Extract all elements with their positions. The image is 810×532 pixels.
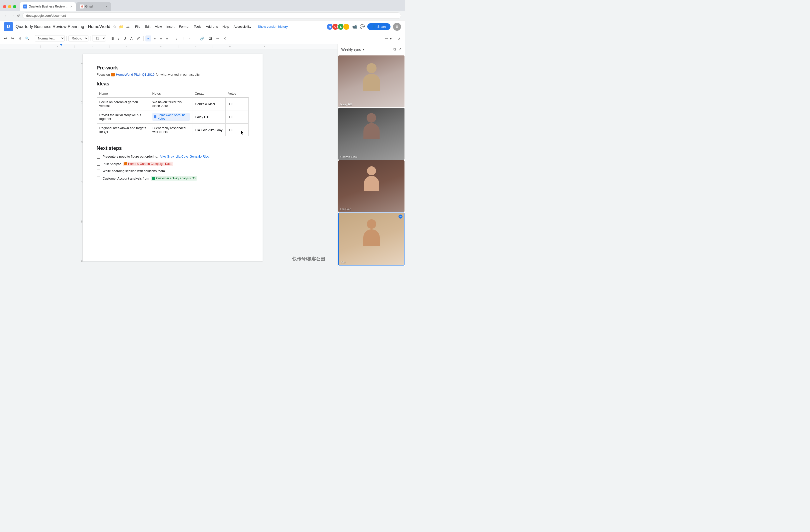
avatar-extra	[343, 23, 350, 30]
comment-icon[interactable]: 💬	[360, 24, 365, 29]
menu-view[interactable]: View	[153, 24, 164, 30]
video-label-gonzalo: Gonzalo Ricci	[340, 155, 357, 159]
reload-button[interactable]: ↺	[17, 14, 20, 18]
browser-window: D Quarterly Business Review Pla... × M G…	[0, 0, 405, 266]
item2-chip[interactable]: Home & Garden Campaign Data	[123, 162, 173, 166]
show-version-history[interactable]: Show version history	[258, 25, 288, 29]
undo-button[interactable]: ↩	[2, 35, 9, 42]
checkbox-3[interactable]	[97, 170, 100, 173]
menu-tools[interactable]: Tools	[192, 24, 204, 30]
font-dropdown[interactable]: Roboto	[68, 35, 88, 41]
minimize-button[interactable]	[8, 5, 11, 8]
url-bar[interactable]: docs.google.com/document	[22, 13, 401, 19]
menu-insert[interactable]: Insert	[164, 24, 177, 30]
color-button[interactable]: A	[128, 35, 134, 41]
insert-image-button[interactable]: 🖼	[207, 35, 214, 41]
video-feed-haley: Haley Hill	[338, 55, 405, 107]
docs-tab-close[interactable]: ×	[70, 4, 72, 9]
menu-format[interactable]: Format	[177, 24, 191, 30]
redo-button[interactable]: ↪	[10, 35, 16, 42]
insert-link-button[interactable]: 🔗	[198, 35, 206, 41]
star-icon[interactable]: ☆	[113, 24, 116, 29]
clear-format-button[interactable]: ✕	[222, 35, 228, 41]
menu-help[interactable]: Help	[220, 24, 231, 30]
address-bar: ← → ↺ docs.google.com/document	[0, 11, 405, 20]
share-button[interactable]: 👤 Share	[367, 23, 390, 30]
menu-edit[interactable]: Edit	[143, 24, 152, 30]
menu-accessibility[interactable]: Accessibility	[232, 24, 253, 30]
pencil-mode-button[interactable]: ✏ ▼	[383, 35, 394, 41]
line-num-5: 5	[75, 220, 83, 223]
doc-chip-row2[interactable]: HomeWorld Account Notes	[152, 113, 190, 121]
highlight-button[interactable]: 🖊	[135, 35, 142, 41]
person-gonzalo[interactable]: Gonzalo Ricci	[190, 155, 210, 159]
tab-bar: D Quarterly Business Review Pla... × M G…	[0, 0, 405, 11]
row3-votes[interactable]: + 0	[226, 123, 248, 136]
line-spacing-button[interactable]: ↕	[174, 35, 179, 41]
ideas-table: Name Notes Creator Votes Focus on perenn…	[97, 90, 248, 136]
gmail-tab-close[interactable]: ×	[106, 4, 108, 9]
row3-creators: Lila Cole Aiko Gray	[192, 123, 226, 136]
page-watermark: 快传号/极客公园	[292, 256, 325, 262]
checkbox-2[interactable]	[97, 162, 100, 166]
cloud-icon[interactable]: ☁	[126, 24, 130, 29]
row2-votes[interactable]: + 0	[226, 111, 248, 123]
meet-icon[interactable]: 📹	[352, 24, 357, 29]
meeting-dropdown-icon[interactable]: ▼	[362, 48, 365, 51]
line-num-2: 2	[75, 101, 83, 104]
tab-gmail[interactable]: M Gmail ×	[76, 2, 111, 11]
close-button[interactable]	[3, 5, 6, 8]
insert-drawing-button[interactable]: ✏	[214, 35, 221, 41]
row3-notes: Client really responded well to this	[150, 123, 192, 136]
gmail-tab-icon: M	[80, 4, 84, 9]
doc-page[interactable]: Pre-work Focus on HomeWorld Pitch Q1 201…	[83, 54, 263, 261]
col-notes: Notes	[150, 90, 192, 98]
menu-file[interactable]: File	[133, 24, 142, 30]
item4-chip[interactable]: Customer activity analysis Q3	[151, 176, 197, 181]
back-button[interactable]: ←	[4, 14, 8, 18]
align-right-button[interactable]: ≡	[158, 35, 164, 41]
forward-button[interactable]: →	[11, 14, 15, 18]
collapse-toolbar-button[interactable]: ∧	[396, 35, 403, 41]
creator-lila: Lila Cole	[195, 128, 208, 132]
video-feed-you: ▮▮ You	[338, 213, 405, 266]
doc-title[interactable]: Quarterly Business Review Planning - Hom…	[16, 24, 110, 29]
focus-link[interactable]: HomeWorld Pitch Q1 2019	[116, 73, 155, 77]
vote-plus-icon: +	[228, 102, 230, 106]
traffic-lights	[3, 5, 16, 8]
row1-votes[interactable]: + 0	[226, 98, 248, 111]
share-label: Share	[377, 25, 386, 29]
menu-addons[interactable]: Add-ons	[204, 24, 220, 30]
tab-docs[interactable]: D Quarterly Business Review Pla... ×	[20, 2, 76, 11]
row2-notes: HomeWorld Account Notes	[150, 111, 192, 123]
person-aiko[interactable]: Aiko Gray	[160, 155, 174, 159]
table-row: Revisit the initial story we put togethe…	[97, 111, 248, 123]
bullet-list-button[interactable]: ⋮	[180, 35, 187, 41]
spell-check-button[interactable]: 🔍	[24, 35, 31, 41]
print-button[interactable]: 🖨	[16, 35, 23, 41]
align-justify-button[interactable]: ≡	[164, 35, 170, 41]
panel-collapse-icon[interactable]: ⧉	[393, 47, 396, 51]
italic-button[interactable]: I	[116, 35, 121, 41]
panel-expand-icon[interactable]: ↗	[399, 47, 402, 51]
chip-icon-row2	[154, 115, 157, 118]
bold-button[interactable]: B	[110, 35, 116, 41]
checkbox-4[interactable]	[97, 177, 100, 180]
line-num-4: 4	[75, 181, 83, 183]
underline-button[interactable]: U	[122, 35, 128, 41]
align-left-button[interactable]: ≡	[145, 35, 151, 41]
meeting-title[interactable]: Weekly sync	[341, 48, 361, 51]
format-style-dropdown[interactable]: Normal text	[35, 35, 65, 41]
numbered-list-button[interactable]: ≔	[188, 35, 194, 41]
maximize-button[interactable]	[13, 5, 16, 8]
table-row: Focus on perennial garden vertical We ha…	[97, 98, 248, 111]
align-center-button[interactable]: ≡	[152, 35, 157, 41]
user-avatar[interactable]: U	[393, 23, 401, 31]
item4-content: Customer Account analysis from Customer …	[103, 176, 197, 181]
video-label-lila: Lila Cole	[340, 207, 351, 211]
person-lila[interactable]: Lila Cole	[175, 155, 188, 159]
creator-aiko: Aiko Gray	[208, 128, 222, 132]
checkbox-1[interactable]	[97, 155, 100, 159]
folder-icon[interactable]: 📁	[119, 25, 123, 29]
font-size-dropdown[interactable]: 11	[92, 35, 106, 41]
